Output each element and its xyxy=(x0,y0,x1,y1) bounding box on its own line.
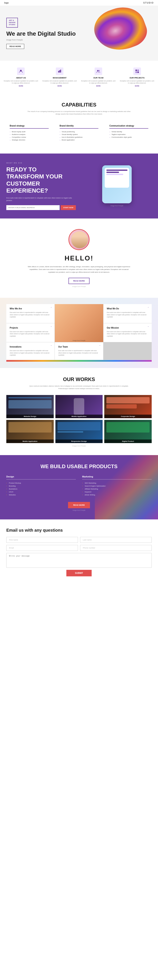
build-item: Search Engine Optimization xyxy=(82,485,152,487)
work-label-1: Website Design xyxy=(6,415,54,418)
hero-read-more-button[interactable]: READ MORE xyxy=(6,44,24,49)
hello-title: HELLO! xyxy=(6,255,152,262)
stat-more-about[interactable]: MORE xyxy=(4,85,38,87)
hero-logo-box: ART & DESIGN STUDIO xyxy=(6,18,18,28)
stat-more-projects[interactable]: MORE xyxy=(120,85,154,87)
phone-inner-card xyxy=(105,168,129,188)
info-card-title-who: Who We Are xyxy=(10,307,51,310)
works-section: OUR WORKS Quis nostrud exercitation ulla… xyxy=(0,368,158,455)
email-last-name-input[interactable] xyxy=(80,537,152,543)
info-card-who: → Who We Are Duis aute irure dolor in re… xyxy=(6,304,55,323)
transform-form: START NOW xyxy=(6,205,76,210)
svg-point-5 xyxy=(98,70,100,71)
cap-item: Communication style guide xyxy=(109,136,148,138)
info-card-title-innovations: Innovations xyxy=(10,346,51,348)
build-cols: Design Product Mockup Branding Illustrat… xyxy=(6,475,152,497)
info-card-arrow-team: → xyxy=(99,344,101,347)
logo-line1: ART & xyxy=(9,19,15,22)
build-list-marketing: SEO Marketing Search Engine Optimization… xyxy=(82,482,152,496)
email-title: Email us with any questions xyxy=(6,528,152,533)
studio-label: STUDIO xyxy=(143,2,154,4)
stat-more-team[interactable]: MORE xyxy=(81,85,116,87)
info-card-text-mission: Duis aute irure dolor in reprehenderit i… xyxy=(107,331,148,337)
hello-read-more-button[interactable]: READ MORE xyxy=(68,278,89,284)
transform-label: WHAT WE DID xyxy=(6,162,76,164)
work-label-5: Responsive Design xyxy=(55,439,103,443)
email-phone-input[interactable] xyxy=(80,545,152,551)
build-title: WE BUILD USABLE PRODUCTS xyxy=(6,463,152,469)
build-col-title-design: Design xyxy=(6,475,76,480)
logo-line3: STUDIO xyxy=(9,24,15,26)
work-item-6[interactable]: Digital Product xyxy=(104,420,152,443)
build-col-marketing: Marketing SEO Marketing Search Engine Op… xyxy=(82,475,152,497)
cap-item: Icon & illustration guidelines xyxy=(60,136,99,138)
work-label-4: Mobile Application xyxy=(6,439,54,443)
email-submit-row: SUBMIT xyxy=(6,570,152,576)
email-first-name-input[interactable] xyxy=(6,537,78,543)
svg-rect-1 xyxy=(58,71,59,73)
hero-section: ART & DESIGN STUDIO We are the Digital S… xyxy=(0,6,158,61)
cap-item: Verbal identity xyxy=(109,131,148,133)
phone-screen xyxy=(102,165,132,203)
management-icon xyxy=(56,67,63,75)
work-item-3[interactable]: Corporate Design xyxy=(104,395,152,418)
svg-rect-7 xyxy=(137,70,139,71)
info-img-credit: Image from Freepik xyxy=(73,340,85,341)
build-list-design: Product Mockup Branding Illustrations UI… xyxy=(6,482,76,496)
hello-img-credit: Images from Freepik xyxy=(6,286,152,287)
email-message-textarea[interactable] xyxy=(6,553,152,568)
info-card-arrow-innovations: → xyxy=(50,344,52,347)
works-title: OUR WORKS xyxy=(6,376,152,382)
info-card-team: → Our Team Duis aute irure dolor in repr… xyxy=(55,342,103,360)
hero-subtitle: Image from Freepik xyxy=(6,39,152,41)
info-card-arrow-what: → xyxy=(147,306,149,308)
works-img-credit: Images from Freepik xyxy=(6,445,152,447)
work-item-4[interactable]: Mobile Application xyxy=(6,420,54,443)
info-card-innovations: → Innovations Duis aute irure dolor in r… xyxy=(6,342,55,360)
info-card-title-what: What We Do xyxy=(107,307,148,310)
stat-title-about: ABOUT US xyxy=(4,77,38,79)
work-item-1[interactable]: Website Design xyxy=(6,395,54,418)
hero-left: ART & DESIGN STUDIO We are the Digital S… xyxy=(6,18,152,49)
cap-title-brand-strategy: Brand strategy xyxy=(10,125,49,129)
transform-start-button[interactable]: START NOW xyxy=(61,205,76,210)
svg-rect-6 xyxy=(136,70,137,71)
info-card-text-innovations: Duis aute irure dolor in reprehenderit i… xyxy=(10,350,51,356)
info-card-what: → What We Do Duis aute irure dolor in re… xyxy=(103,304,152,323)
capabilities-subtitle: The result of our company branding proce… xyxy=(26,110,132,115)
info-center-image: Image from Freepik xyxy=(55,304,103,342)
hello-section: HELLO! With offices in London, Berlin an… xyxy=(0,218,158,298)
stat-text-mgmt: Excepteur sint occaecat cupidatat non pr… xyxy=(43,80,77,84)
stat-title-team: OUR TEAM xyxy=(81,77,116,79)
email-email-input[interactable] xyxy=(6,545,78,551)
hello-avatar xyxy=(68,229,90,250)
works-subtitle: Quis nostrud exercitation ullamco labori… xyxy=(26,385,132,390)
info-card-text-team: Duis aute irure dolor in reprehenderit i… xyxy=(58,350,100,356)
stat-text-team: Excepteur sint occaecat cupidatat non pr… xyxy=(81,80,116,84)
cap-title-communication: Communication strategy xyxy=(109,125,148,129)
build-item: SEO Marketing xyxy=(82,482,152,484)
work-item-5[interactable]: Responsive Design xyxy=(55,420,103,443)
hero-title: We are the Digital Studio xyxy=(6,30,152,37)
build-item: Article Writing xyxy=(82,494,152,496)
cap-item: Tagline exploration xyxy=(109,134,148,135)
stat-card-projects: OUR PROJECTS Excepteur sint occaecat cup… xyxy=(118,65,156,89)
work-item-2[interactable]: Mobile Application xyxy=(55,395,103,418)
svg-rect-3 xyxy=(60,70,61,73)
cap-title-brand-identity: Brand identity xyxy=(60,125,99,129)
cap-item: Audience analysis xyxy=(10,134,49,135)
info-card-mission: → Our Mission Duis aute irure dolor in r… xyxy=(103,323,152,342)
stats-row: ABOUT US Excepteur sint occaecat cupidat… xyxy=(0,61,158,94)
logo-line2: DESIGN xyxy=(9,22,15,24)
cap-item: Brand application xyxy=(60,139,99,141)
cap-item: Strategic direction xyxy=(10,139,49,141)
stat-more-mgmt[interactable]: MORE xyxy=(43,85,77,87)
transform-email-input[interactable] xyxy=(6,205,60,210)
transform-section: WHAT WE DID READY TO TRANSFORM YOUR CUST… xyxy=(0,154,158,218)
cap-item: Competitive review xyxy=(10,136,49,138)
cap-list-brand-strategy: Brand equity audit Audience analysis Com… xyxy=(10,131,49,141)
build-read-more-button[interactable]: READ MORE xyxy=(68,502,90,508)
avatar-face xyxy=(71,231,88,248)
email-section: Email us with any questions SUBMIT xyxy=(0,519,158,585)
email-submit-button[interactable]: SUBMIT xyxy=(66,570,92,576)
